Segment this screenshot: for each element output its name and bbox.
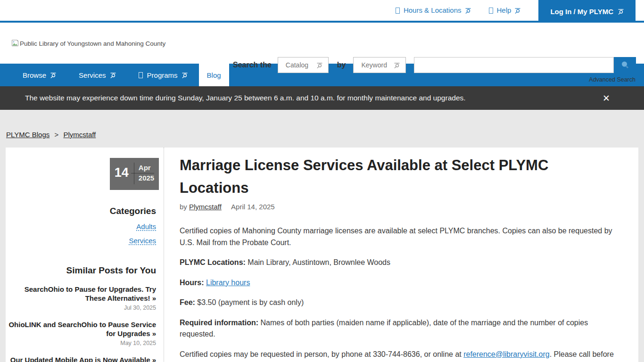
broken-image-icon	[11, 39, 19, 47]
select-arrow-icon	[394, 62, 400, 68]
library-logo-link[interactable]: Public Library of Youngstown and Mahonin…	[11, 39, 165, 47]
hours-locations-label: Hours & Locations	[404, 0, 462, 21]
login-my-plymc-button[interactable]: Log In / My PLYMC	[538, 0, 636, 23]
post-main-column: Marriage License Services Available at S…	[164, 148, 638, 362]
post-date-month: Apr	[134, 163, 151, 173]
help-label: Help	[497, 0, 512, 21]
hours-locations-link[interactable]: Hours & Locations	[396, 0, 471, 21]
paragraph-intro: Certified copies of Mahoning County marr…	[180, 225, 616, 248]
help-icon	[489, 8, 493, 14]
hours-label: Hours:	[180, 279, 204, 287]
nav-blog-label: Blog	[207, 71, 221, 79]
reference-email-link[interactable]: reference@libraryvisit.org	[463, 350, 550, 358]
similar-post-date: Jul 30, 2025	[6, 304, 156, 311]
post-title: Marriage License Services Available at S…	[180, 154, 594, 199]
site-header: Public Library of Youngstown and Mahonin…	[0, 23, 644, 64]
blog-post-card: 14 Apr 2025 Categories Adults Services S…	[6, 148, 638, 362]
search-icon	[620, 60, 630, 70]
category-link-adults[interactable]: Adults	[6, 222, 156, 230]
similar-post-title: OhioLINK and SearchOhio to Pause Service…	[6, 320, 156, 338]
alert-message: The website may experience down time dur…	[25, 94, 466, 102]
close-icon: ✕	[603, 93, 610, 103]
search-scope-value: Catalog	[286, 61, 308, 69]
nav-browse-label: Browse	[23, 71, 46, 79]
post-sidebar: 14 Apr 2025 Categories Adults Services S…	[6, 148, 164, 362]
nav-item-programs[interactable]: Programs	[127, 64, 199, 86]
similar-post-title: SearchOhio to Pause for Upgrades. Try Th…	[6, 285, 156, 303]
calendar-icon	[139, 72, 143, 78]
similar-post-link[interactable]: SearchOhio to Pause for Upgrades. Try Th…	[6, 285, 156, 311]
external-link-icon	[515, 8, 520, 14]
help-link[interactable]: Help	[489, 0, 521, 21]
post-date-month-year: Apr 2025	[134, 163, 154, 183]
byline-date: April 14, 2025	[231, 203, 275, 211]
external-link-icon	[465, 8, 471, 14]
similar-post-title: Our Updated Mobile App is Now Available …	[6, 355, 156, 362]
search-controls: Search the Catalog by Keyword	[233, 57, 406, 73]
categories-heading: Categories	[6, 206, 156, 216]
paragraph-locations: PLYMC Locations: Main Library, Austintow…	[180, 257, 616, 269]
fee-label: Fee:	[180, 298, 195, 306]
paragraph-required: Required information: Names of both part…	[180, 317, 616, 340]
similar-post-date: May 10, 2025	[6, 340, 156, 346]
search-type-select[interactable]: Keyword	[353, 57, 406, 73]
location-icon	[396, 8, 400, 14]
post-byline: by Plymcstaff April 14, 2025	[180, 203, 622, 211]
contact-text-after: . Please call before	[550, 350, 614, 358]
search-button[interactable]	[614, 57, 636, 73]
library-hours-link[interactable]: Library hours	[206, 279, 250, 287]
alert-close-button[interactable]: ✕	[597, 86, 616, 110]
breadcrumb-blogs-link[interactable]: PLYMC Blogs	[6, 131, 50, 139]
top-utility-bar: Hours & Locations Help Log In / My PLYMC	[0, 0, 644, 23]
byline-by-label: by	[180, 203, 187, 211]
nav-programs-label: Programs	[147, 71, 178, 79]
breadcrumb: PLYMC Blogs > Plymcstaff	[6, 131, 644, 140]
advanced-search-link[interactable]: Advanced Search	[589, 76, 636, 83]
nav-item-browse[interactable]: Browse	[11, 64, 67, 86]
paragraph-hours: Hours: Library hours	[180, 277, 616, 289]
similar-post-link[interactable]: OhioLINK and SearchOhio to Pause Service…	[6, 320, 156, 346]
external-link-icon	[618, 8, 624, 15]
paragraph-fee: Fee: $3.50 (payment is by cash only)	[180, 297, 616, 309]
search-input[interactable]	[414, 57, 614, 73]
logo-alt-text: Public Library of Youngstown and Mahonin…	[20, 40, 165, 47]
category-link-services[interactable]: Services	[6, 237, 156, 245]
dropdown-arrow-icon	[110, 72, 116, 78]
fee-value: $3.50 (payment is by cash only)	[195, 298, 304, 306]
breadcrumb-separator: >	[54, 131, 58, 139]
contact-text-before: Certified copies may be requested in per…	[180, 350, 463, 358]
locations-label: PLYMC Locations:	[180, 258, 246, 266]
nav-item-services[interactable]: Services	[67, 64, 127, 86]
search-scope-select[interactable]: Catalog	[278, 57, 329, 73]
locations-value: Main Library, Austintown, Brownlee Woods	[246, 258, 390, 266]
maintenance-alert-banner: The website may experience down time dur…	[0, 86, 644, 110]
post-body: Certified copies of Mahoning County marr…	[180, 225, 616, 360]
paragraph-contact: Certified copies may be requested in per…	[180, 349, 616, 361]
by-label: by	[337, 61, 346, 69]
similar-post-link[interactable]: Our Updated Mobile App is Now Available …	[6, 355, 156, 362]
search-type-value: Keyword	[361, 61, 387, 69]
dropdown-arrow-icon	[182, 72, 188, 78]
breadcrumb-author-link[interactable]: Plymcstaff	[63, 131, 96, 139]
select-arrow-icon	[317, 62, 322, 68]
post-date-badge: 14 Apr 2025	[110, 158, 159, 190]
required-label: Required information:	[180, 319, 258, 327]
search-input-group	[414, 57, 636, 73]
post-date-year: 2025	[131, 173, 154, 183]
nav-services-label: Services	[79, 71, 106, 79]
nav-item-blog[interactable]: Blog	[199, 64, 229, 86]
search-the-label: Search the	[233, 61, 272, 69]
similar-posts-heading: Similar Posts for You	[6, 265, 156, 276]
dropdown-arrow-icon	[50, 72, 56, 78]
byline-author-link[interactable]: Plymcstaff	[189, 203, 222, 211]
login-label: Log In / My PLYMC	[550, 8, 613, 16]
